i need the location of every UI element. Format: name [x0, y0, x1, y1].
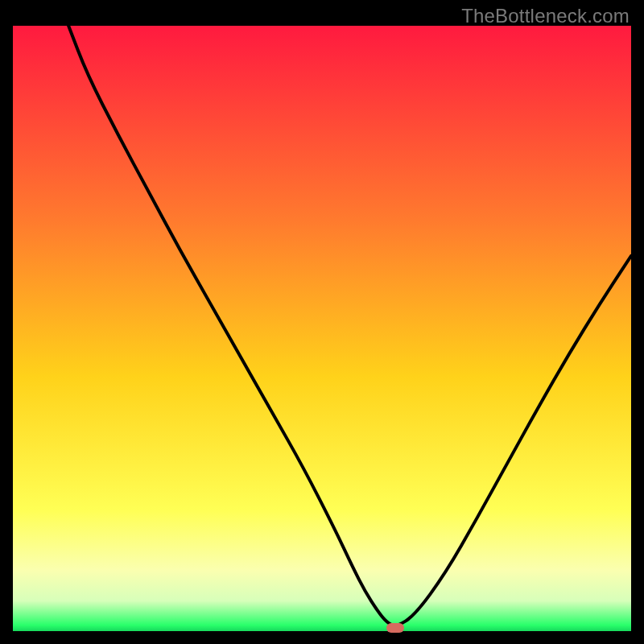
chart-frame	[13, 26, 631, 631]
plot-area	[13, 26, 631, 631]
watermark-text: TheBottleneck.com	[461, 5, 630, 27]
min-marker	[386, 623, 404, 633]
bottleneck-curve	[13, 26, 631, 631]
